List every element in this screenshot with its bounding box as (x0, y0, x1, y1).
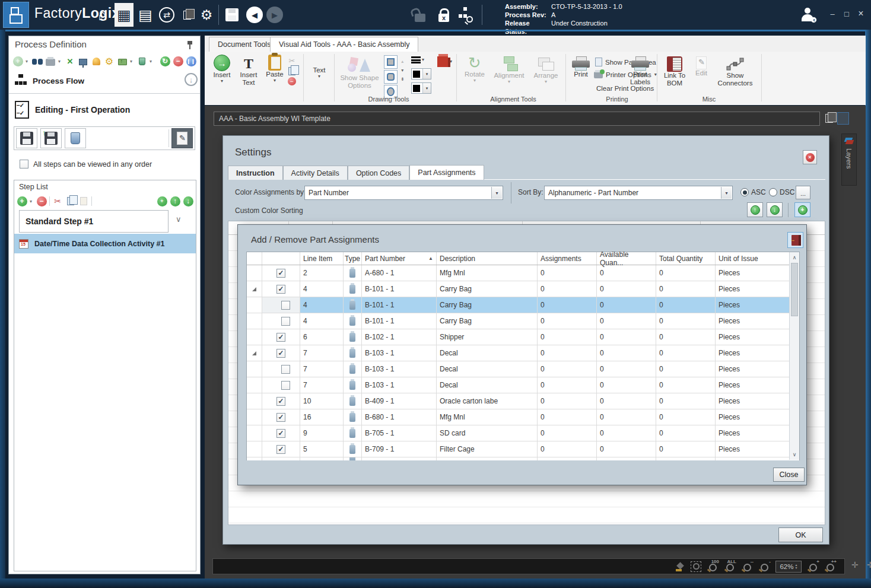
edit-button-ribbon[interactable]: Edit (690, 56, 713, 77)
effects-combo[interactable]: ▾ (437, 56, 452, 67)
expander-icon[interactable] (252, 351, 256, 355)
line-color-combo[interactable]: ▾ (411, 68, 431, 80)
cut-step-button[interactable]: ✂ (52, 196, 63, 206)
col-type[interactable]: Type (344, 252, 362, 265)
table-row[interactable]: 4B-101 - 1Carry Bag000Pieces (247, 281, 799, 297)
line-weight-combo[interactable]: ▾ (411, 56, 424, 63)
pin-icon[interactable] (187, 41, 193, 49)
activity-row-selected[interactable]: Date/Time Data Collection Activity #1 (14, 234, 196, 253)
rotate-button[interactable]: ↻Rotate▾ (461, 55, 488, 83)
zoom-all-button[interactable]: ALL (724, 561, 736, 573)
print-button-ribbon[interactable]: Print (569, 56, 593, 78)
process-flow-row[interactable]: Process Flow (15, 71, 193, 91)
copy-step-button[interactable] (65, 196, 76, 206)
zoom-100-button[interactable]: 100 (707, 561, 719, 573)
discard-dropdown-icon[interactable]: ▾ (150, 59, 154, 64)
insert-button[interactable]: →Insert▾ (209, 55, 234, 84)
tab-activity-details[interactable]: Activity Details (283, 166, 348, 180)
add-dropdown-icon[interactable]: ▾ (26, 59, 30, 64)
row-checkbox[interactable] (276, 397, 285, 406)
save-button[interactable] (222, 3, 241, 27)
spin-down-icon[interactable]: ▾ (401, 68, 403, 73)
exit-dialog-button[interactable] (787, 232, 803, 248)
row-checkbox[interactable] (276, 445, 285, 454)
table-row[interactable]: 7B-103 - 1Decal000Pieces (247, 345, 799, 361)
table-row[interactable]: 9B-705 - 1SD card000Pieces (247, 425, 799, 441)
table-row[interactable]: 7B-103 - 1Decal000Pieces (247, 377, 799, 393)
discard-button[interactable] (136, 56, 147, 66)
col-line-item[interactable]: Line Item (300, 252, 344, 265)
row-checkbox[interactable] (281, 317, 290, 326)
process-settings-button[interactable]: ⚙ (104, 56, 115, 66)
marquee-zoom-button[interactable] (691, 561, 701, 572)
unlock-button[interactable] (411, 3, 430, 27)
release-button[interactable]: ↻ (160, 56, 170, 66)
close-button[interactable]: × (854, 7, 867, 20)
process-definition-button[interactable]: ▦ (115, 3, 133, 27)
validate-button[interactable]: ✕ (65, 56, 75, 66)
hold-button[interactable]: − (173, 56, 183, 66)
add-color-button[interactable]: + (794, 202, 810, 217)
fit-view-icon[interactable]: ✛ (867, 560, 871, 570)
move-color-up-button[interactable]: ↑ (747, 202, 763, 217)
rounded-rectangle-shape-button[interactable] (384, 70, 398, 84)
close-dialog-button[interactable]: Close (773, 468, 805, 482)
back-button[interactable]: ◀ (244, 3, 265, 27)
combo-dropdown-icon-2[interactable]: ▾ (721, 187, 732, 199)
layers-tab[interactable]: Layers (841, 134, 857, 186)
paste-button[interactable]: Paste▾ (263, 55, 287, 83)
text-tool-button[interactable]: Text▾ (307, 66, 332, 79)
tab-visual-aid-tools[interactable]: Visual Aid Tools - AAA - Basic Assembly (270, 37, 418, 52)
col-total-quantity[interactable]: Total Quantity (656, 252, 716, 265)
ok-button[interactable]: OK (778, 527, 823, 542)
presentation-button[interactable] (78, 56, 88, 66)
step-chevron-icon[interactable]: ∨ (176, 215, 182, 224)
step-name-box[interactable]: Standard Step #1 (19, 210, 169, 233)
table-row[interactable]: 16B-680 - 1Mfg Mnl000Pieces (247, 409, 799, 425)
tab-option-codes[interactable]: Option Codes (348, 166, 409, 180)
asc-radio[interactable] (740, 188, 749, 196)
zoom-in-fast-button[interactable]: ++ (824, 561, 836, 573)
forward-button[interactable]: ▶ (265, 3, 285, 27)
flood-fill-icon[interactable] (676, 562, 685, 571)
rename-template-button[interactable] (837, 112, 849, 125)
minimize-button[interactable]: – (826, 7, 839, 20)
print-labels-button[interactable]: PrintLabels (627, 56, 653, 86)
row-checkbox[interactable] (276, 285, 285, 294)
more-options-button[interactable]: ... (796, 186, 810, 199)
zoom-spinner[interactable]: ▴▾ (796, 564, 797, 570)
print-button[interactable] (45, 56, 56, 66)
add-process-button[interactable]: + (12, 56, 23, 66)
table-scrollbar[interactable]: ∧ ∨ (789, 252, 799, 460)
insert-text-button[interactable]: TInsertText (236, 56, 262, 87)
scroll-down-icon[interactable]: ∨ (790, 450, 799, 459)
maximize-button[interactable]: □ (840, 7, 853, 20)
print-dropdown-icon[interactable]: ▾ (58, 59, 62, 64)
table-row[interactable]: 6B-102 - 1Shipper000Pieces (247, 329, 799, 345)
add-step-button[interactable]: + (17, 196, 27, 206)
tab-instruction[interactable]: Instruction (228, 166, 283, 180)
spin-up-icon[interactable]: ▴ (401, 59, 403, 64)
scroll-up-icon[interactable]: ∧ (790, 253, 799, 262)
delete-button[interactable]: − (288, 77, 296, 85)
zoom-out-fast-button[interactable]: -- (741, 561, 753, 573)
move-step-down-button[interactable]: ↓ (183, 196, 193, 206)
col-unit-of-issue[interactable]: Unit of Issue (716, 252, 790, 265)
row-checkbox[interactable] (276, 429, 285, 438)
collapse-button[interactable]: ↓ (185, 73, 198, 86)
production-button[interactable]: ▤ (136, 3, 154, 27)
find-button[interactable] (32, 56, 43, 66)
col-available-quantity[interactable]: Available Quan... (597, 252, 656, 265)
pan-icon[interactable]: ✛ (851, 560, 859, 570)
find-step-button[interactable]: + (157, 196, 167, 206)
add-step-dropdown-icon[interactable]: ▾ (30, 199, 34, 204)
rectangle-shape-button[interactable] (384, 55, 398, 69)
col-assignments[interactable]: Assignments (538, 252, 597, 265)
col-part-number[interactable]: Part Number▲ (362, 252, 437, 265)
paste-step-button[interactable] (78, 196, 89, 206)
tab-part-assignments[interactable]: Part Assignments (409, 165, 484, 180)
transfers-button[interactable]: ⇄ (157, 3, 176, 27)
expander-icon[interactable] (252, 287, 256, 291)
save-operation-button[interactable] (16, 128, 37, 148)
zoom-in-button[interactable]: + (807, 561, 819, 573)
